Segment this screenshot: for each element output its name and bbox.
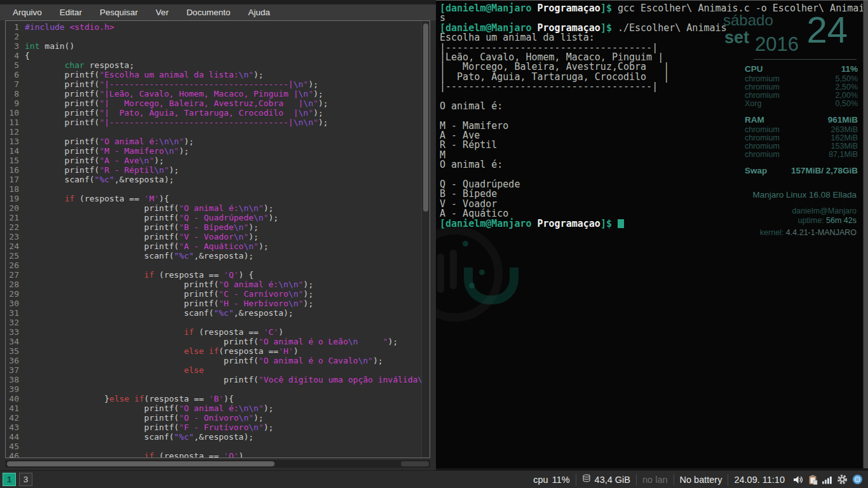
menu-item-pesquisar[interactable]: Pesquisar <box>91 8 147 17</box>
conky-swap-value: 157MiB/ 2,78GiB <box>791 165 858 177</box>
line-number: 43 <box>6 423 25 432</box>
taskbar-disk-value: 43,4 GiB <box>595 475 630 485</box>
code-line: 40 }else if(resposta == 'B'){ <box>6 394 421 403</box>
line-number: 24 <box>6 241 25 251</box>
code-line: 27 if (resposta == 'Q') { <box>6 270 421 280</box>
conky-os-name: Manjaro Linux 16.08 Ellada <box>745 189 858 200</box>
line-number: 13 <box>6 137 25 146</box>
line-number: 15 <box>6 156 25 165</box>
line-number: 30 <box>6 299 25 308</box>
menu-item-ver[interactable]: Ver <box>147 8 177 17</box>
system-tray <box>790 474 868 485</box>
menu-item-arquivo[interactable]: Arquivo <box>4 8 51 17</box>
code-line: 31 scanf("%c",&resposta); <box>6 308 421 318</box>
editor-hscrollbar-end <box>401 461 429 466</box>
line-number: 23 <box>6 232 25 241</box>
editor-vscrollbar[interactable] <box>421 21 430 458</box>
conky-process-row: chromium87,1MiB <box>745 151 858 159</box>
line-number: 36 <box>6 356 25 365</box>
conky-widget: sábado set 2016 24 CPU 11% chromium5,50%… <box>717 11 858 238</box>
line-number: 16 <box>6 165 25 175</box>
line-number: 44 <box>6 432 25 442</box>
menu-item-documento[interactable]: Documento <box>177 8 239 17</box>
code-line: 32 <box>6 318 421 327</box>
code-line: 39 <box>6 384 421 394</box>
code-line: 26 <box>6 261 421 270</box>
conky-kernel-label: kernel: <box>760 228 784 237</box>
line-number: 1 <box>6 22 25 32</box>
conky-process-row: Xorg0,50% <box>745 100 858 108</box>
conky-ram-total: RAM 961MiB <box>745 114 858 126</box>
line-number: 5 <box>6 60 25 70</box>
menu-item-ajuda[interactable]: Ajuda <box>239 8 279 17</box>
wallpaper-logo-bar <box>437 254 444 293</box>
line-number: 2 <box>6 32 25 41</box>
code-line: 6 printf("Escolha um animal da lista:\n"… <box>6 70 421 79</box>
menu-item-editar[interactable]: Editar <box>51 8 91 17</box>
line-number: 10 <box>6 108 25 118</box>
line-number: 27 <box>6 270 25 280</box>
volume-icon[interactable] <box>793 475 804 485</box>
taskbar-disk-monitor: 43,4 GiB <box>576 474 636 485</box>
code-line: 44 scanf("%c",&resposta); <box>6 432 421 442</box>
conky-uptime-label: uptime: <box>798 216 824 225</box>
workspace-button-1[interactable]: 1 <box>3 473 16 486</box>
conky-ram-label: RAM <box>745 114 764 126</box>
taskbar-battery-status: No battery <box>674 475 728 485</box>
line-number: 17 <box>6 175 25 184</box>
line-number: 31 <box>6 308 25 318</box>
line-number: 4 <box>6 51 25 60</box>
code-line: 41 printf("O animal é:\n\n"); <box>6 403 421 413</box>
code-line: 20 printf("O animal é:\n\n"); <box>6 203 421 213</box>
code-line: 10 printf("| Pato, Águia, Tartaruga, Cro… <box>6 108 421 118</box>
conky-uptime-value: 56m 42s <box>826 216 857 225</box>
line-number: 3 <box>6 41 25 51</box>
conky-cpu-value: 11% <box>841 64 858 75</box>
code-line: 2 <box>6 32 421 41</box>
code-line: 42 printf("O - Onívoro\n"); <box>6 413 421 423</box>
line-number: 6 <box>6 70 25 79</box>
terminal-cursor <box>618 219 624 228</box>
conky-day: 24 <box>806 11 848 48</box>
code-line: 38 printf("Você digitou uma opção inváli… <box>6 375 421 384</box>
editor-vscrollbar-thumb[interactable] <box>423 24 428 212</box>
conky-month: set <box>724 28 749 48</box>
code-line: 16 printf("R - Réptil\n"); <box>6 165 421 175</box>
line-number: 19 <box>6 194 25 203</box>
line-number: 18 <box>6 184 25 194</box>
line-number: 35 <box>6 346 25 356</box>
line-number: 38 <box>6 375 25 384</box>
chromium-icon[interactable] <box>852 474 863 485</box>
editor-hscrollbar-thumb[interactable] <box>7 461 275 466</box>
editor-code-area[interactable]: 1#include <stdio.h>2 3int main()4{5 char… <box>6 21 421 458</box>
line-number: 37 <box>6 365 25 375</box>
editor-hscrollbar[interactable] <box>5 460 430 468</box>
line-number: 45 <box>6 442 25 451</box>
wallpaper-logo-dot <box>469 283 475 288</box>
settings-gear-icon[interactable] <box>837 474 848 485</box>
line-number: 26 <box>6 261 25 270</box>
network-signal-icon[interactable] <box>822 475 832 484</box>
conky-uptime: uptime: 56m 42s <box>745 216 858 226</box>
line-number: 12 <box>6 127 25 137</box>
editor-window-top-strip <box>0 0 436 4</box>
conky-swap-label: Swap <box>745 165 767 177</box>
code-line: 46 if (resposta == 'O') <box>6 451 421 458</box>
code-line: 3int main() <box>6 41 421 51</box>
terminal-scrollbar[interactable] <box>863 1 868 468</box>
code-line: 5 char resposta; <box>6 60 421 70</box>
code-line: 8 printf("|Leão, Cavalo, Homem, Macaco, … <box>6 89 421 98</box>
code-line: 45 <box>6 442 421 451</box>
taskbar: 13 cpu 11% 43,4 GiB no lan No b <box>0 470 868 488</box>
line-number: 42 <box>6 413 25 423</box>
wallpaper-logo-bar <box>450 250 457 289</box>
clipboard-icon[interactable] <box>808 475 818 485</box>
taskbar-clock[interactable]: 24.09. 11:10 <box>728 475 790 485</box>
workspace-button-3[interactable]: 3 <box>19 473 32 486</box>
code-line: 15 printf("A - Ave\n"); <box>6 156 421 165</box>
disk-stack-icon <box>582 474 591 485</box>
code-line: 11 printf("|----------------------------… <box>6 118 421 127</box>
code-line: 25 scanf("%c",&resposta); <box>6 251 421 261</box>
line-number: 28 <box>6 280 25 289</box>
code-line: 4{ <box>6 51 421 60</box>
